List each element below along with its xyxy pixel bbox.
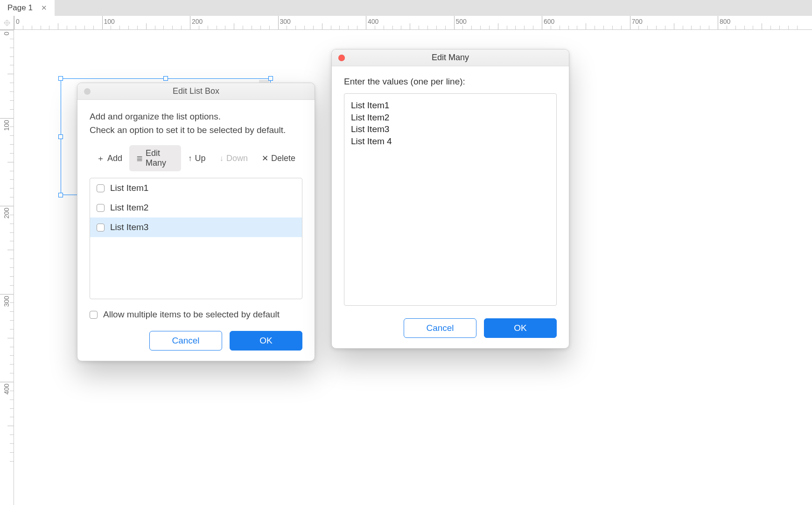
tool-label: Delete <box>271 154 295 163</box>
allow-multiple-checkbox[interactable]: Allow multiple items to be selected by d… <box>90 309 302 320</box>
edit-many-button[interactable]: ≣ Edit Many <box>129 145 181 171</box>
tool-label: Add <box>107 154 122 163</box>
checkbox-icon[interactable] <box>90 311 98 319</box>
horizontal-ruler[interactable]: 0100200300400500600700800 <box>14 16 812 30</box>
ruler-label: 300 <box>3 296 10 307</box>
tab-page-1[interactable]: Page 1 ✕ <box>0 0 55 16</box>
resize-handle[interactable] <box>58 193 63 197</box>
ruler-label: 100 <box>3 120 10 131</box>
option-list[interactable]: List Item1List Item2List Item3 <box>90 178 302 299</box>
tool-label: Down <box>226 154 248 163</box>
resize-handle[interactable] <box>163 76 168 81</box>
tab-label: Page 1 <box>7 3 33 13</box>
ruler-label: 600 <box>544 18 554 25</box>
ruler-label: 100 <box>104 18 115 25</box>
cancel-button[interactable]: Cancel <box>149 331 222 351</box>
ruler-label: 0 <box>16 18 20 25</box>
textarea-label: Enter the values (one per line): <box>344 77 557 87</box>
list-item-label: List Item3 <box>110 222 148 232</box>
checkbox-icon[interactable] <box>97 184 105 192</box>
window-close-icon[interactable] <box>84 88 91 95</box>
list-item-label: List Item1 <box>110 183 148 193</box>
close-icon[interactable]: ✕ <box>41 4 47 12</box>
ruler-label: 300 <box>280 18 291 25</box>
move-up-button[interactable]: ↑ Up <box>181 145 213 171</box>
dialog-title: Edit Many <box>332 53 569 63</box>
checkbox-icon[interactable] <box>97 204 105 212</box>
values-textarea[interactable] <box>344 93 557 306</box>
resize-handle[interactable] <box>58 76 63 81</box>
vertical-ruler[interactable]: 0100200300400 <box>0 30 14 505</box>
ruler-label: 700 <box>632 18 643 25</box>
dialog-edit-list-box: Edit List Box Add and organize the list … <box>77 83 315 361</box>
resize-handle[interactable] <box>268 76 273 81</box>
listbox-toolbar: ＋ Add ≣ Edit Many ↑ Up ↓ Down ✕ Delete <box>90 145 302 171</box>
ruler-label: 200 <box>192 18 203 25</box>
list-icon: ≣ <box>136 154 143 162</box>
window-close-icon[interactable] <box>338 55 345 61</box>
ruler-label: 800 <box>720 18 730 25</box>
tool-label: Edit Many <box>146 148 174 168</box>
cancel-button[interactable]: Cancel <box>404 318 476 338</box>
dialog-instructions: Add and organize the list options. Check… <box>90 110 302 137</box>
plus-icon: ＋ <box>97 154 105 162</box>
arrow-down-icon: ↓ <box>219 154 224 162</box>
move-down-button: ↓ Down <box>212 145 255 171</box>
ruler-label: 0 <box>3 32 10 35</box>
checkbox-label: Allow multiple items to be selected by d… <box>103 309 280 320</box>
delete-button[interactable]: ✕ Delete <box>255 145 302 171</box>
ruler-label: 400 <box>3 384 10 394</box>
list-item[interactable]: List Item1 <box>90 178 302 198</box>
checkbox-icon[interactable] <box>97 224 105 231</box>
ruler-label: 500 <box>456 18 467 25</box>
arrow-up-icon: ↑ <box>188 154 192 162</box>
dialog-titlebar[interactable]: Edit Many <box>332 49 569 66</box>
tool-label: Up <box>195 154 205 163</box>
resize-handle[interactable] <box>58 134 63 139</box>
ok-button[interactable]: OK <box>230 331 302 351</box>
tab-bar: Page 1 ✕ <box>0 0 812 16</box>
ruler-label: 200 <box>3 208 10 218</box>
list-item-label: List Item2 <box>110 203 148 213</box>
ruler-label: 400 <box>368 18 378 25</box>
dialog-title: Edit List Box <box>77 86 315 96</box>
list-item[interactable]: List Item2 <box>90 198 302 217</box>
add-button[interactable]: ＋ Add <box>90 145 129 171</box>
dialog-edit-many: Edit Many Enter the values (one per line… <box>331 49 569 349</box>
ok-button[interactable]: OK <box>484 318 557 338</box>
ruler-origin[interactable] <box>0 16 14 30</box>
list-item[interactable]: List Item3 <box>90 217 302 237</box>
x-icon: ✕ <box>262 154 268 162</box>
dialog-titlebar[interactable]: Edit List Box <box>77 83 315 100</box>
